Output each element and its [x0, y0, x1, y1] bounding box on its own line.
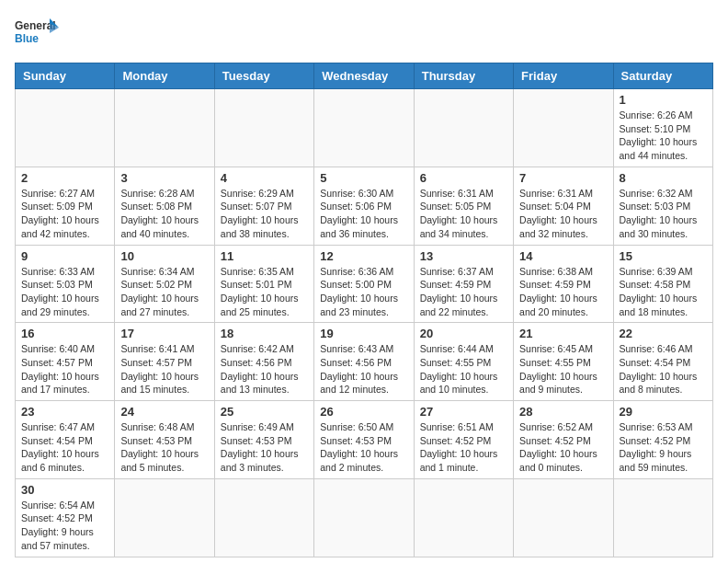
calendar-week-row: 23Sunrise: 6:47 AMSunset: 4:54 PMDayligh…: [16, 401, 713, 479]
calendar-cell: 10Sunrise: 6:34 AMSunset: 5:02 PMDayligh…: [115, 245, 214, 323]
calendar-cell: [214, 478, 313, 557]
calendar-cell: 8Sunrise: 6:32 AMSunset: 5:03 PMDaylight…: [613, 167, 712, 245]
calendar-cell: 15Sunrise: 6:39 AMSunset: 4:58 PMDayligh…: [613, 245, 712, 323]
day-number: 9: [21, 249, 108, 263]
column-header-friday: Friday: [514, 63, 613, 89]
day-number: 11: [221, 249, 308, 263]
day-info: Sunrise: 6:45 AMSunset: 4:55 PMDaylight:…: [519, 342, 607, 396]
calendar-cell: 26Sunrise: 6:50 AMSunset: 4:53 PMDayligh…: [314, 401, 414, 479]
calendar-cell: 14Sunrise: 6:38 AMSunset: 4:59 PMDayligh…: [514, 245, 613, 323]
calendar-table: SundayMondayTuesdayWednesdayThursdayFrid…: [15, 63, 713, 557]
day-info: Sunrise: 6:31 AMSunset: 5:04 PMDaylight:…: [519, 187, 607, 241]
calendar-week-row: 1Sunrise: 6:26 AMSunset: 5:10 PMDaylight…: [16, 89, 713, 167]
day-number: 21: [519, 327, 607, 340]
day-info: Sunrise: 6:53 AMSunset: 4:52 PMDaylight:…: [620, 420, 707, 475]
calendar-cell: 25Sunrise: 6:49 AMSunset: 4:53 PMDayligh…: [214, 401, 313, 479]
day-number: 26: [320, 405, 407, 419]
svg-text:Blue: Blue: [15, 32, 39, 45]
day-number: 23: [21, 405, 108, 419]
day-info: Sunrise: 6:38 AMSunset: 4:59 PMDaylight:…: [519, 265, 607, 319]
column-header-saturday: Saturday: [613, 63, 712, 89]
calendar-cell: [16, 89, 115, 167]
day-info: Sunrise: 6:51 AMSunset: 4:52 PMDaylight:…: [420, 420, 507, 475]
calendar-cell: 2Sunrise: 6:27 AMSunset: 5:09 PMDaylight…: [16, 167, 115, 245]
column-header-thursday: Thursday: [414, 63, 513, 89]
day-number: 20: [420, 327, 507, 340]
calendar-cell: [115, 89, 214, 167]
calendar-week-row: 9Sunrise: 6:33 AMSunset: 5:03 PMDaylight…: [16, 245, 713, 323]
day-info: Sunrise: 6:36 AMSunset: 5:00 PMDaylight:…: [320, 265, 407, 319]
calendar-cell: [115, 478, 214, 557]
day-number: 6: [420, 171, 507, 185]
calendar-cell: [314, 478, 414, 557]
calendar-cell: 9Sunrise: 6:33 AMSunset: 5:03 PMDaylight…: [16, 245, 115, 323]
day-number: 1: [620, 93, 707, 107]
column-header-wednesday: Wednesday: [314, 63, 414, 89]
day-info: Sunrise: 6:44 AMSunset: 4:55 PMDaylight:…: [420, 342, 507, 396]
calendar-week-row: 30Sunrise: 6:54 AMSunset: 4:52 PMDayligh…: [16, 478, 713, 557]
day-number: 3: [120, 171, 208, 185]
calendar-cell: 24Sunrise: 6:48 AMSunset: 4:53 PMDayligh…: [115, 401, 214, 479]
column-header-monday: Monday: [115, 63, 214, 89]
calendar-cell: 27Sunrise: 6:51 AMSunset: 4:52 PMDayligh…: [414, 401, 513, 479]
calendar-cell: [314, 89, 414, 167]
day-number: 12: [320, 249, 407, 263]
calendar-cell: 19Sunrise: 6:43 AMSunset: 4:56 PMDayligh…: [314, 323, 414, 401]
day-number: 7: [519, 171, 607, 185]
day-number: 10: [120, 249, 208, 263]
day-info: Sunrise: 6:39 AMSunset: 4:58 PMDaylight:…: [620, 265, 707, 319]
day-number: 25: [221, 405, 308, 419]
day-number: 13: [420, 249, 507, 263]
day-info: Sunrise: 6:33 AMSunset: 5:03 PMDaylight:…: [21, 265, 108, 319]
day-number: 8: [620, 171, 707, 185]
calendar-cell: 13Sunrise: 6:37 AMSunset: 4:59 PMDayligh…: [414, 245, 513, 323]
calendar-cell: 4Sunrise: 6:29 AMSunset: 5:07 PMDaylight…: [214, 167, 313, 245]
day-info: Sunrise: 6:29 AMSunset: 5:07 PMDaylight:…: [221, 187, 308, 241]
day-info: Sunrise: 6:37 AMSunset: 4:59 PMDaylight:…: [420, 265, 507, 319]
calendar-cell: [214, 89, 313, 167]
day-number: 17: [120, 327, 208, 340]
day-info: Sunrise: 6:35 AMSunset: 5:01 PMDaylight:…: [221, 265, 308, 319]
calendar-cell: 18Sunrise: 6:42 AMSunset: 4:56 PMDayligh…: [214, 323, 313, 401]
day-number: 16: [21, 327, 108, 340]
header: General Blue: [15, 15, 713, 53]
calendar-cell: 28Sunrise: 6:52 AMSunset: 4:52 PMDayligh…: [514, 401, 613, 479]
day-info: Sunrise: 6:42 AMSunset: 4:56 PMDaylight:…: [221, 342, 308, 396]
day-info: Sunrise: 6:30 AMSunset: 5:06 PMDaylight:…: [320, 187, 407, 241]
day-info: Sunrise: 6:50 AMSunset: 4:53 PMDaylight:…: [320, 420, 407, 475]
calendar-cell: 16Sunrise: 6:40 AMSunset: 4:57 PMDayligh…: [16, 323, 115, 401]
day-number: 29: [620, 405, 707, 419]
day-info: Sunrise: 6:54 AMSunset: 4:52 PMDaylight:…: [21, 499, 108, 553]
calendar-cell: 20Sunrise: 6:44 AMSunset: 4:55 PMDayligh…: [414, 323, 513, 401]
day-info: Sunrise: 6:46 AMSunset: 4:54 PMDaylight:…: [620, 342, 707, 396]
calendar-cell: 22Sunrise: 6:46 AMSunset: 4:54 PMDayligh…: [613, 323, 712, 401]
calendar-cell: [514, 478, 613, 557]
day-info: Sunrise: 6:48 AMSunset: 4:53 PMDaylight:…: [120, 420, 208, 475]
calendar-cell: [514, 89, 613, 167]
column-header-sunday: Sunday: [16, 63, 115, 89]
calendar-cell: 29Sunrise: 6:53 AMSunset: 4:52 PMDayligh…: [613, 401, 712, 479]
calendar-cell: 11Sunrise: 6:35 AMSunset: 5:01 PMDayligh…: [214, 245, 313, 323]
day-info: Sunrise: 6:34 AMSunset: 5:02 PMDaylight:…: [120, 265, 208, 319]
day-info: Sunrise: 6:47 AMSunset: 4:54 PMDaylight:…: [21, 420, 108, 475]
day-info: Sunrise: 6:31 AMSunset: 5:05 PMDaylight:…: [420, 187, 507, 241]
calendar-cell: 21Sunrise: 6:45 AMSunset: 4:55 PMDayligh…: [514, 323, 613, 401]
day-info: Sunrise: 6:52 AMSunset: 4:52 PMDaylight:…: [519, 420, 607, 475]
calendar-cell: 3Sunrise: 6:28 AMSunset: 5:08 PMDaylight…: [115, 167, 214, 245]
day-info: Sunrise: 6:27 AMSunset: 5:09 PMDaylight:…: [21, 187, 108, 241]
day-info: Sunrise: 6:49 AMSunset: 4:53 PMDaylight:…: [221, 420, 308, 475]
day-info: Sunrise: 6:40 AMSunset: 4:57 PMDaylight:…: [21, 342, 108, 396]
calendar-cell: 17Sunrise: 6:41 AMSunset: 4:57 PMDayligh…: [115, 323, 214, 401]
day-number: 18: [221, 327, 308, 340]
day-number: 15: [620, 249, 707, 263]
day-number: 4: [221, 171, 308, 185]
day-number: 14: [519, 249, 607, 263]
calendar-cell: [414, 89, 513, 167]
calendar-cell: 6Sunrise: 6:31 AMSunset: 5:05 PMDaylight…: [414, 167, 513, 245]
calendar-cell: 7Sunrise: 6:31 AMSunset: 5:04 PMDaylight…: [514, 167, 613, 245]
calendar-header-row: SundayMondayTuesdayWednesdayThursdayFrid…: [16, 63, 713, 89]
calendar-cell: 12Sunrise: 6:36 AMSunset: 5:00 PMDayligh…: [314, 245, 414, 323]
day-number: 27: [420, 405, 507, 419]
day-number: 22: [620, 327, 707, 340]
calendar-cell: 1Sunrise: 6:26 AMSunset: 5:10 PMDaylight…: [613, 89, 712, 167]
